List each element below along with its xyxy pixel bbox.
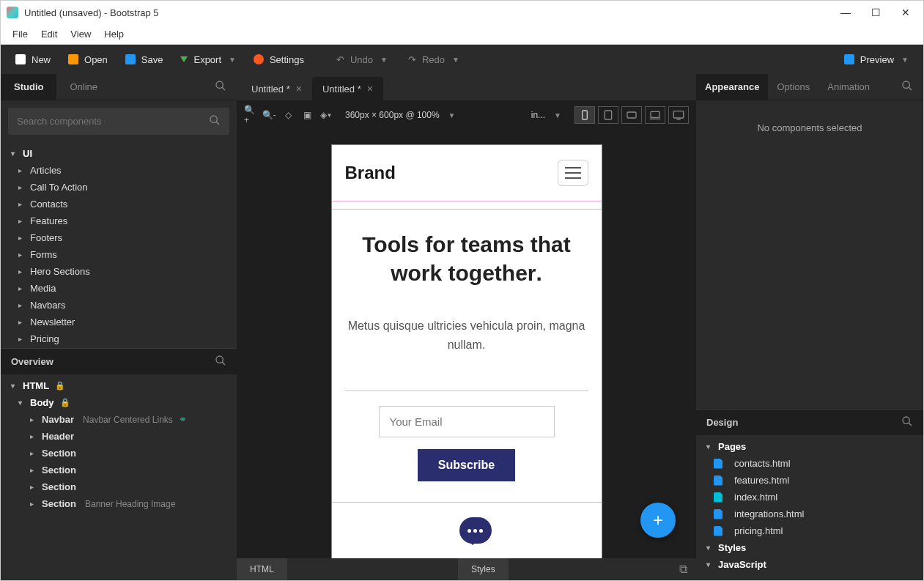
close-icon[interactable]: × xyxy=(367,83,373,95)
file-item[interactable]: index.html xyxy=(696,489,923,506)
overview-body[interactable]: ▾Body 🔒 xyxy=(1,394,237,411)
tree-item[interactable]: ▸Footers xyxy=(1,229,237,246)
tab-options[interactable]: Options xyxy=(768,74,818,100)
lock-icon: 🔒 xyxy=(60,398,70,407)
tree-item[interactable]: ▸Contacts xyxy=(1,196,237,212)
copy-icon[interactable]: ⧉ xyxy=(679,563,687,576)
minimize-button[interactable]: — xyxy=(840,7,851,18)
doc-tab[interactable]: Untitled *× xyxy=(241,77,312,100)
menu-bar: File Edit View Help xyxy=(1,24,923,45)
overview-item[interactable]: ▸Header xyxy=(1,428,237,445)
overview-item[interactable]: ▸NavbarNavbar Centered Links ⚭ xyxy=(1,411,237,428)
crosshair-icon[interactable]: ◇ xyxy=(282,109,294,121)
tab-online[interactable]: Online xyxy=(56,74,111,100)
svg-line-14 xyxy=(909,87,912,90)
subscribe-form: Subscribe xyxy=(345,391,588,481)
file-item[interactable]: integrations.html xyxy=(696,506,923,522)
disk-icon xyxy=(125,54,136,64)
menu-file[interactable]: File xyxy=(12,29,28,40)
settings-button[interactable]: Settings xyxy=(246,50,311,70)
file-item[interactable]: pricing.html xyxy=(696,522,923,539)
viewport-label[interactable]: 360px × 600px @ 100% xyxy=(345,110,440,120)
brand-label[interactable]: Brand xyxy=(345,163,396,183)
new-button[interactable]: New xyxy=(8,50,58,70)
component-tree: ▾UI ▸Articles ▸Call To Action ▸Contacts … xyxy=(1,142,237,348)
device-tablet-icon[interactable] xyxy=(598,106,618,124)
open-button[interactable]: Open xyxy=(61,50,115,70)
chat-icon[interactable] xyxy=(459,517,492,544)
tree-heading-ui[interactable]: ▾UI xyxy=(1,145,237,162)
bottom-tab-styles[interactable]: Styles xyxy=(458,558,509,580)
tab-studio[interactable]: Studio xyxy=(1,74,56,100)
tree-item[interactable]: ▸Hero Sections xyxy=(1,263,237,280)
canvas[interactable]: Brand Tools for teams that work together… xyxy=(237,130,696,558)
empty-state: No components selected xyxy=(696,100,923,155)
pages-folder[interactable]: ▾Pages xyxy=(696,438,923,455)
file-icon xyxy=(15,54,26,64)
svg-rect-6 xyxy=(583,111,588,119)
tree-item[interactable]: ▸Newsletter xyxy=(1,314,237,330)
menu-edit[interactable]: Edit xyxy=(41,29,57,40)
device-frame: Brand Tools for teams that work together… xyxy=(331,144,602,558)
save-button[interactable]: Save xyxy=(118,50,171,70)
svg-point-4 xyxy=(216,356,223,363)
bottom-tabs: HTML Styles ⧉ xyxy=(237,558,696,580)
search-icon[interactable] xyxy=(215,355,226,369)
js-folder[interactable]: ▾JavaScript xyxy=(696,556,923,573)
undo-button[interactable]: ↶Undo▼ xyxy=(329,50,395,70)
menu-help[interactable]: Help xyxy=(104,29,124,40)
tab-appearance[interactable]: Appearance xyxy=(696,74,768,100)
title-bar: Untitled (unsaved) - Bootstrap 5 — ☐ ✕ xyxy=(1,1,923,24)
bottom-tab-html[interactable]: HTML xyxy=(237,558,287,580)
hamburger-button[interactable] xyxy=(558,160,588,186)
tree-item[interactable]: ▸Media xyxy=(1,280,237,297)
overview-item[interactable]: ▸SectionBanner Heading Image xyxy=(1,495,237,512)
search-icon[interactable] xyxy=(901,80,913,95)
zoom-out-icon[interactable]: 🔍- xyxy=(263,109,275,121)
tab-animation[interactable]: Animation xyxy=(818,74,879,100)
overview-item[interactable]: ▸Section xyxy=(1,462,237,478)
device-laptop-icon[interactable] xyxy=(645,106,665,124)
device-desktop-icon[interactable] xyxy=(668,106,689,124)
canvas-toolbar: 🔍+ 🔍- ◇ ▣ ◈▼ 360px × 600px @ 100%▼ in...… xyxy=(237,100,696,130)
inspect-dropdown[interactable]: in... xyxy=(531,110,545,120)
tree-item[interactable]: ▸Navbars xyxy=(1,297,237,314)
tree-item[interactable]: ▸Call To Action xyxy=(1,179,237,196)
subscribe-button[interactable]: Subscribe xyxy=(418,449,515,481)
folder-icon xyxy=(68,54,78,64)
tree-item[interactable]: ▸Features xyxy=(1,212,237,229)
menu-view[interactable]: View xyxy=(70,29,91,40)
tree-item[interactable]: ▸Forms xyxy=(1,246,237,263)
email-input[interactable] xyxy=(379,406,555,437)
overview-item[interactable]: ▸Section xyxy=(1,478,237,495)
tree-item[interactable]: ▸Articles xyxy=(1,162,237,179)
search-icon[interactable] xyxy=(215,80,226,95)
close-icon[interactable]: × xyxy=(296,83,302,95)
close-button[interactable]: ✕ xyxy=(901,7,910,18)
device-tablet-land-icon[interactable] xyxy=(621,106,642,124)
component-search[interactable] xyxy=(8,108,229,135)
zoom-in-icon[interactable]: 🔍+ xyxy=(244,109,256,121)
layers-icon[interactable]: ◈▼ xyxy=(320,109,332,121)
file-item[interactable]: features.html xyxy=(696,472,923,489)
tree-item[interactable]: ▸Pricing xyxy=(1,330,237,347)
styles-folder[interactable]: ▾Styles xyxy=(696,539,923,556)
overview-item[interactable]: ▸Section xyxy=(1,445,237,462)
search-icon[interactable] xyxy=(901,415,913,429)
right-panel: Appearance Options Animation No componen… xyxy=(696,74,923,580)
export-button[interactable]: Export▼ xyxy=(173,50,243,70)
file-item[interactable]: contacts.html xyxy=(696,455,923,472)
chevron-down-icon: ▼ xyxy=(229,56,236,64)
device-phone-icon[interactable] xyxy=(574,106,595,124)
image-icon[interactable]: ▣ xyxy=(301,109,313,121)
search-input[interactable] xyxy=(17,116,209,127)
redo-button[interactable]: ↷Redo▼ xyxy=(401,50,467,70)
overview-html[interactable]: ▾HTML 🔒 xyxy=(1,377,237,394)
window-controls: — ☐ ✕ xyxy=(840,7,910,18)
file-icon xyxy=(714,459,722,469)
add-fab-button[interactable]: + xyxy=(640,503,676,538)
maximize-button[interactable]: ☐ xyxy=(871,7,881,18)
doc-tab[interactable]: Untitled *× xyxy=(312,77,383,100)
main-toolbar: New Open Save Export▼ Settings ↶Undo▼ ↷R… xyxy=(1,45,923,74)
preview-button[interactable]: Preview▼ xyxy=(837,50,916,70)
